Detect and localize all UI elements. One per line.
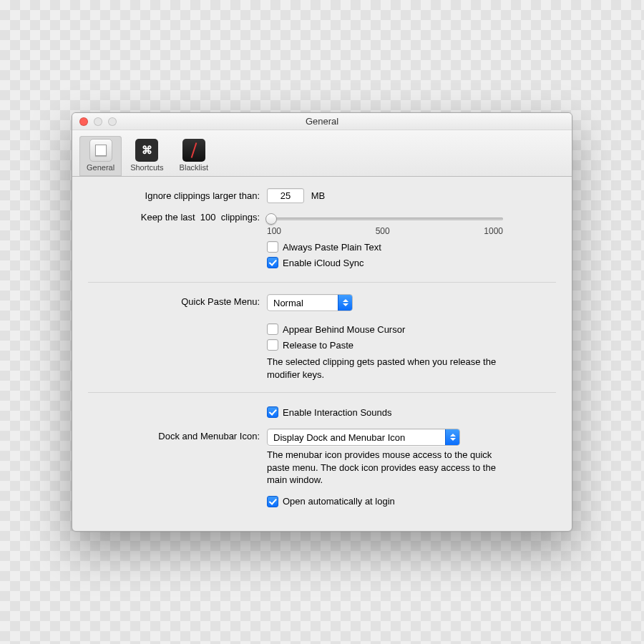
checkbox-release-to-paste[interactable]: Release to Paste [267,337,556,353]
blacklist-icon [182,139,205,162]
dock-menubar-label: Dock and Menubar Icon: [88,429,267,441]
checkbox-label: Always Paste Plain Text [283,242,381,253]
slider-thumb[interactable] [265,213,277,225]
tab-label: General [87,163,114,172]
quick-paste-label: Quick Paste Menu: [88,294,267,307]
checkbox-icon [267,496,278,507]
keep-last-label: Keep the last 100 clippings: [88,212,267,223]
row-ignore-size: Ignore clippings larger than: MB [88,184,556,208]
checkbox-label: Enable Interaction Sounds [283,407,392,418]
traffic-lights [79,117,117,126]
window-title: General [306,116,338,127]
ignore-size-unit: MB [311,190,326,201]
checkbox-icon [267,406,278,418]
checkbox-icon [267,257,278,268]
checkbox-always-plain-text[interactable]: Always Paste Plain Text [267,239,556,255]
release-to-paste-help: The selected clipping gets pasted when y… [267,356,503,381]
checkbox-label: Open automatically at login [283,496,395,507]
toolbar: General ⌘ Shortcuts Blacklist [72,130,572,177]
quick-paste-select[interactable]: Normal [267,294,353,311]
command-icon: ⌘ [135,139,158,162]
checkbox-enable-icloud-sync[interactable]: Enable iCloud Sync [267,255,556,270]
minimize-icon[interactable] [94,117,102,126]
tab-label: Blacklist [180,163,208,172]
row-dock-menubar: Dock and Menubar Icon: Display Dock and … [88,424,556,514]
keep-last-value: 100 [200,212,216,223]
tab-label: Shortcuts [130,163,163,172]
close-icon[interactable] [79,117,88,126]
ignore-size-input[interactable] [267,188,304,203]
preferences-window: General General ⌘ Shortcuts Blacklist Ig… [72,112,572,532]
ignore-size-label: Ignore clippings larger than: [88,188,267,201]
checkbox-label: Appear Behind Mouse Cursor [283,324,405,335]
dock-menubar-select[interactable]: Display Dock and Menubar Icon [267,429,460,446]
tab-blacklist[interactable]: Blacklist [172,136,215,176]
separator [88,392,556,393]
zoom-icon[interactable] [108,117,117,126]
checkbox-enable-interaction-sounds[interactable]: Enable Interaction Sounds [267,404,556,420]
dock-menubar-help: The menubar icon provides mouse access t… [267,449,503,487]
checkbox-icon [267,241,278,253]
checkbox-icon [267,339,278,351]
chevron-up-down-icon [445,429,459,445]
tab-shortcuts[interactable]: ⌘ Shortcuts [123,136,170,176]
checkbox-appear-behind-cursor[interactable]: Appear Behind Mouse Cursor [267,321,556,337]
checkbox-icon [267,323,278,335]
separator [88,282,556,283]
select-value: Normal [273,298,303,308]
tab-general[interactable]: General [79,136,122,176]
select-value: Display Dock and Menubar Icon [273,432,405,443]
slider-tick-labels: 100 500 1000 [267,226,503,236]
content: Ignore clippings larger than: MB Keep th… [72,177,572,531]
checkbox-open-at-login[interactable]: Open automatically at login [267,494,556,509]
keep-last-slider[interactable]: 100 500 1000 [267,218,503,236]
row-keep-last: Keep the last 100 clippings: 100 500 100… [88,208,556,275]
checkbox-label: Release to Paste [283,340,353,351]
checkbox-label: Enable iCloud Sync [283,258,364,268]
row-sounds: Enable Interaction Sounds [88,400,556,424]
row-quick-paste-menu: Quick Paste Menu: Normal Appear Behind M… [88,290,556,385]
chevron-up-down-icon [338,295,352,311]
titlebar: General [72,113,572,130]
general-icon [89,139,112,162]
